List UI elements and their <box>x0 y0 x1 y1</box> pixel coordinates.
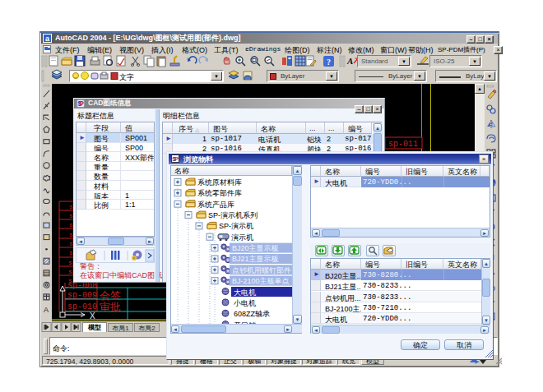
svg-text:X: X <box>90 311 95 321</box>
svg-text:sp-011: sp-011 <box>388 140 418 149</box>
svg-text:A: A <box>346 56 353 66</box>
svg-text:小电机: 小电机 <box>233 299 256 307</box>
svg-text:点钞机用螺钉部件: 点钞机用螺钉部件 <box>232 266 291 274</box>
svg-text:SP-演示机系列: SP-演示机系列 <box>208 211 258 219</box>
svg-text:系统零部件库: 系统零部件库 <box>197 189 242 197</box>
svg-text:BJ-2100主板单点: BJ-2100主板单点 <box>232 277 290 285</box>
svg-text:审批: 审批 <box>100 301 121 313</box>
svg-text:BJ20主显示板: BJ20主显示板 <box>232 244 279 252</box>
svg-text:sp-009: sp-009 <box>67 291 97 300</box>
svg-text:系统产品库: 系统产品库 <box>197 201 234 209</box>
svg-text:?: ? <box>327 58 331 67</box>
svg-text:A: A <box>44 306 49 314</box>
svg-text:演示机: 演示机 <box>231 233 253 242</box>
svg-text:会签: 会签 <box>100 289 121 302</box>
svg-text:sp-010: sp-010 <box>67 302 97 311</box>
svg-text:BJ21主显示板: BJ21主显示板 <box>232 255 279 263</box>
svg-text:大电机: 大电机 <box>234 288 256 297</box>
svg-text:608ZZ轴承: 608ZZ轴承 <box>234 310 270 318</box>
svg-text:系统原材料库: 系统原材料库 <box>197 178 242 187</box>
svg-text:SP-演示机: SP-演示机 <box>219 222 253 230</box>
